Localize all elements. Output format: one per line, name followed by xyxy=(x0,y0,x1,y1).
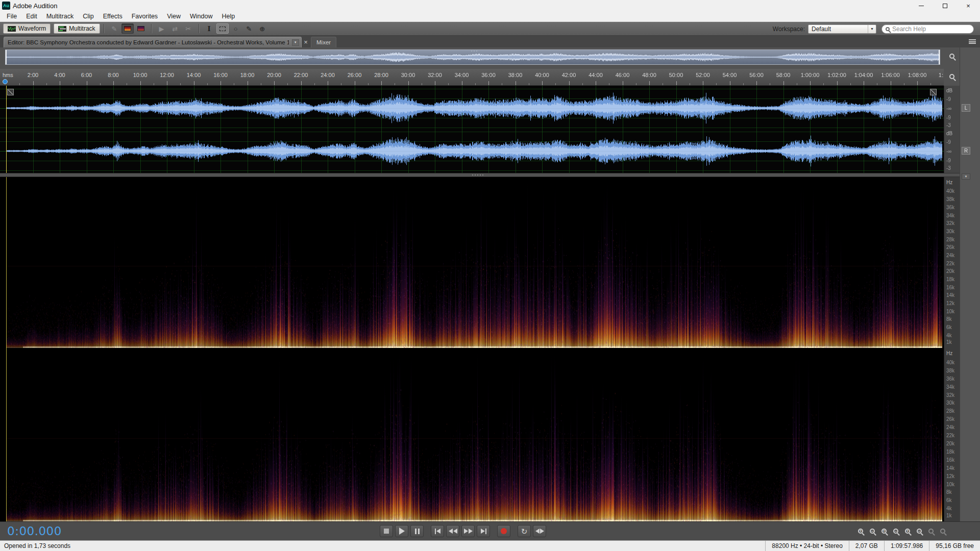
minimize-button[interactable] xyxy=(910,0,933,11)
maximize-button[interactable] xyxy=(933,0,957,11)
timeline-minor-tick xyxy=(422,83,422,85)
fade-out-handle[interactable] xyxy=(930,89,937,95)
menu-multitrack[interactable]: Multitrack xyxy=(42,11,78,22)
tab-mixer[interactable]: Mixer xyxy=(311,37,336,47)
fade-in-handle[interactable] xyxy=(7,89,14,95)
lasso-selection-tool-button[interactable]: ○ xyxy=(230,23,242,34)
skip-selection-button[interactable] xyxy=(533,525,546,537)
spectral-frequency-display-toggle-button[interactable] xyxy=(121,23,134,34)
toolbar-separator xyxy=(199,24,199,33)
waveform-view-button[interactable]: Waveform xyxy=(3,23,51,34)
marquee-selection-tool-button[interactable] xyxy=(216,23,229,34)
zoom-full-button[interactable] xyxy=(938,526,948,536)
zoom-to-selection-button[interactable] xyxy=(926,526,936,536)
hz-scale-label: 36k xyxy=(946,205,954,210)
multitrack-view-button[interactable]: Multitrack xyxy=(54,23,100,34)
time-display[interactable]: 0:00.000 xyxy=(7,524,62,538)
channel-left-badge[interactable]: L xyxy=(962,104,970,112)
timeline-tick-label: 8:00 xyxy=(108,72,118,78)
timeline-tick-label: 52:00 xyxy=(696,72,710,78)
spectrogram-right-display[interactable] xyxy=(0,348,944,521)
channel-right-badge[interactable]: R xyxy=(962,147,970,155)
zoom-in-horizontal-button[interactable]: + xyxy=(879,526,889,536)
hz-scale-label: 38k xyxy=(946,196,954,202)
panel-divider[interactable] xyxy=(0,173,960,177)
skip-to-previous-button[interactable] xyxy=(431,525,444,537)
zoom-out-button[interactable]: − xyxy=(867,526,877,536)
hz-scale-label: 8k xyxy=(946,489,952,495)
spectrogram-left-canvas[interactable] xyxy=(0,177,944,348)
zoom-in-vertical-button[interactable]: + xyxy=(902,526,913,536)
overview-navigator[interactable] xyxy=(5,49,940,65)
pencil-tool-button[interactable]: ✎ xyxy=(108,23,120,34)
slip-tool-button[interactable]: ⇄ xyxy=(169,23,181,34)
waveform-canvas[interactable] xyxy=(0,86,944,173)
spot-healing-brush-tool-button[interactable]: ⊕ xyxy=(256,23,268,34)
menu-window[interactable]: Window xyxy=(185,11,217,22)
hz-unit-label: Hz xyxy=(946,350,952,356)
overview-grip[interactable] xyxy=(471,51,477,52)
tab-editor[interactable]: Editor: BBC Symphony Orchestra conducted… xyxy=(4,37,302,47)
overview-zoom-button[interactable] xyxy=(946,51,958,62)
stop-button[interactable] xyxy=(380,525,393,537)
editor-tab-close-button[interactable]: × xyxy=(302,37,310,47)
spectrogram-left-display[interactable] xyxy=(0,177,944,348)
playhead-marker[interactable] xyxy=(3,79,8,84)
timeline-tick-label: 38:00 xyxy=(508,72,523,78)
timeline-tick xyxy=(516,81,516,85)
zoom-out-vertical-button[interactable]: − xyxy=(914,526,924,536)
menu-edit[interactable]: Edit xyxy=(21,11,42,22)
zoom-out-horizontal-button[interactable]: − xyxy=(891,526,901,536)
timeline-tick-label: 1:04:00 xyxy=(854,72,873,78)
spectrogram-right-canvas[interactable] xyxy=(0,348,944,521)
magnifier-icon xyxy=(949,54,954,59)
marquee-selection-icon xyxy=(219,27,226,31)
vertical-scrollbar[interactable] xyxy=(960,47,980,521)
hz-scale-label: 16k xyxy=(946,285,954,290)
menu-help[interactable]: Help xyxy=(217,11,239,22)
panel-collapse-button[interactable]: ▼ xyxy=(962,173,970,180)
zoom-in-button[interactable]: + xyxy=(855,526,866,536)
db-scale-label: -9 xyxy=(946,115,951,120)
skip-next-icon xyxy=(485,529,486,534)
move-tool-button[interactable]: ▶ xyxy=(156,23,168,34)
menu-file[interactable]: File xyxy=(2,11,21,22)
timeline-tick-label: 50:00 xyxy=(669,72,683,78)
waveform-display[interactable] xyxy=(0,86,944,173)
close-button[interactable]: × xyxy=(957,0,980,11)
workspace-dropdown[interactable]: Default ▼ xyxy=(808,24,876,34)
rewind-button[interactable] xyxy=(446,525,459,537)
overview-waveform[interactable] xyxy=(6,50,940,64)
record-button[interactable] xyxy=(497,525,510,537)
ruler-zoom-button[interactable] xyxy=(946,71,958,82)
timeline-minor-tick xyxy=(207,83,208,85)
time-selection-tool-button[interactable]: I xyxy=(203,23,215,34)
menu-favorites[interactable]: Favorites xyxy=(127,11,162,22)
magnifier-icon: + xyxy=(905,529,910,534)
panel-menu-icon[interactable] xyxy=(969,39,976,44)
menu-view[interactable]: View xyxy=(162,11,185,22)
editor-tab-dropdown[interactable]: ▼ xyxy=(292,39,299,46)
paintbrush-selection-tool-button[interactable]: ✎ xyxy=(243,23,255,34)
spectral-pitch-display-toggle-button[interactable] xyxy=(135,23,147,34)
loop-playback-button[interactable]: ↻ xyxy=(518,525,531,537)
pause-button[interactable] xyxy=(410,525,424,537)
hz-scale-label: 4k xyxy=(946,333,952,338)
menu-clip[interactable]: Clip xyxy=(78,11,99,22)
pause-icon xyxy=(418,529,420,534)
search-help-input[interactable]: Search Help xyxy=(881,24,974,34)
timeline-ruler[interactable]: hms2:004:006:008:0010:0012:0014:0016:001… xyxy=(0,69,944,86)
razor-tool-button[interactable]: ✂ xyxy=(182,23,194,34)
window-title: Adobe Audition xyxy=(13,2,57,10)
fast-forward-button[interactable] xyxy=(461,525,475,537)
skip-to-next-button[interactable] xyxy=(477,525,490,537)
timeline-minor-tick xyxy=(100,83,101,85)
divider-grip[interactable] xyxy=(472,174,483,176)
menu-effects[interactable]: Effects xyxy=(99,11,127,22)
hz-scale-label: 6k xyxy=(946,497,952,503)
timeline-tick xyxy=(596,81,596,85)
timeline-tick xyxy=(248,81,248,85)
lasso-selection-icon: ○ xyxy=(234,26,238,32)
timeline-tick xyxy=(194,81,194,85)
play-button[interactable] xyxy=(395,525,408,537)
